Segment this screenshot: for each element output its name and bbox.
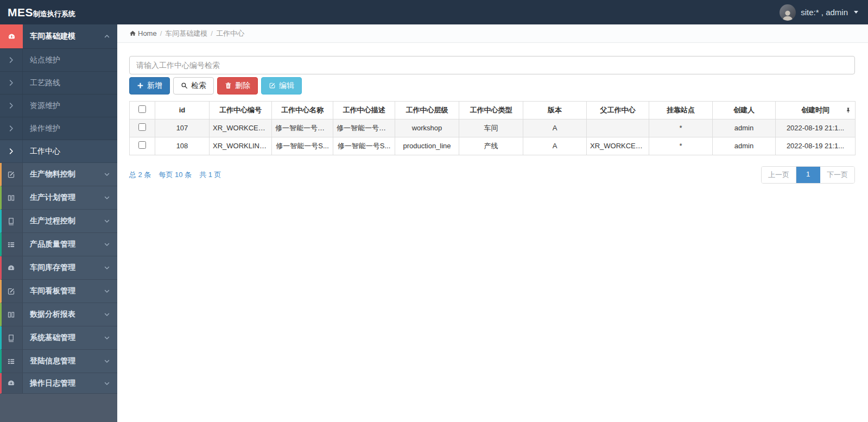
row-checkbox[interactable] xyxy=(138,141,146,149)
work-center-table: id 工作中心编号 工作中心名称 工作中心描述 工作中心层级 工作中心类型 版本… xyxy=(129,101,856,155)
sidebar-item-data-reports[interactable]: 数据分析报表 xyxy=(0,303,117,326)
next-page-button[interactable]: 下一页 xyxy=(820,167,854,183)
cell-id: 108 xyxy=(155,137,210,155)
pin-icon[interactable] xyxy=(845,107,851,113)
sidebar-item-kanban-management[interactable]: 车间看板管理 xyxy=(0,280,117,303)
table-header-row: id 工作中心编号 工作中心名称 工作中心描述 工作中心层级 工作中心类型 版本… xyxy=(130,101,856,119)
sidebar-item-login-info[interactable]: 登陆信息管理 xyxy=(0,350,117,373)
breadcrumb-home[interactable]: Home xyxy=(129,29,157,37)
per-page-label: 每页 10 条 xyxy=(159,170,192,180)
chevron-right-icon xyxy=(0,95,23,117)
add-button-label: 新增 xyxy=(147,80,162,91)
chevron-down-icon xyxy=(104,358,110,364)
chevron-down-icon xyxy=(104,218,110,224)
column-header-site: 挂靠站点 xyxy=(649,101,713,119)
breadcrumb-current: 工作中心 xyxy=(216,29,244,39)
column-header-parent: 父工作中心 xyxy=(587,101,649,119)
user-menu[interactable]: site:* , admin xyxy=(780,4,858,21)
sidebar-item-resource-maintenance[interactable]: 资源维护 xyxy=(0,95,117,117)
breadcrumb-home-label: Home xyxy=(138,29,157,37)
column-header-description: 工作中心描述 xyxy=(333,101,395,119)
sidebar-group-workshop-modeling[interactable]: 车间基础建模 xyxy=(0,24,117,49)
column-header-id: id xyxy=(155,101,210,119)
chevron-right-icon xyxy=(0,49,23,71)
pagination-summary: 总 2 条 每页 10 条 共 1 页 xyxy=(129,170,221,180)
row-checkbox[interactable] xyxy=(138,123,146,131)
sidebar-item-label: 操作维护 xyxy=(23,124,117,134)
edit-button-label: 编辑 xyxy=(279,80,294,91)
sidebar-item-operation-maintenance[interactable]: 操作维护 xyxy=(0,117,117,140)
user-label: site:* , admin xyxy=(801,8,848,17)
table-footer: 总 2 条 每页 10 条 共 1 页 上一页 1 下一页 xyxy=(129,166,855,184)
sidebar-item-operation-logs[interactable]: 操作日志管理 xyxy=(0,373,117,394)
sidebar-group-label: 车间基础建模 xyxy=(23,32,117,41)
chevron-right-icon xyxy=(0,117,23,140)
row-checkbox-cell xyxy=(130,119,155,137)
chevron-down-icon xyxy=(104,264,110,271)
cell-version: A xyxy=(523,119,587,137)
search-button[interactable]: 检索 xyxy=(173,77,214,95)
sidebar-item-system-management[interactable]: 系统基础管理 xyxy=(0,326,117,350)
cell-creator: admin xyxy=(713,137,776,155)
header-checkbox-cell xyxy=(130,101,155,119)
list-icon xyxy=(0,233,23,256)
column-header-created-time: 创建时间 xyxy=(776,101,856,119)
search-input[interactable] xyxy=(129,56,855,74)
sidebar-item-process-control[interactable]: 生产过程控制 xyxy=(0,210,117,233)
breadcrumb-separator: / xyxy=(211,29,213,37)
sidebar-item-work-center[interactable]: 工作中心 xyxy=(0,140,117,163)
delete-button-label: 删除 xyxy=(235,80,250,91)
table-row[interactable]: 108 XR_WORKLINE... 修一智能一号S... 修一智能一号S...… xyxy=(130,137,856,155)
cell-description: 修一智能一号S... xyxy=(333,137,395,155)
sidebar-item-quality-management[interactable]: 产品质量管理 xyxy=(0,233,117,256)
chevron-down-icon xyxy=(104,171,110,178)
app-brand: MES制造执行系统 xyxy=(8,6,75,19)
chevron-down-icon xyxy=(104,194,110,201)
cell-name: 修一智能一号S... xyxy=(272,137,333,155)
page-1-button[interactable]: 1 xyxy=(796,167,820,183)
brand-subtitle: 制造执行系统 xyxy=(33,9,75,19)
chevron-down-icon xyxy=(104,335,110,341)
edit-button[interactable]: 编辑 xyxy=(261,77,302,95)
sidebar-item-material-control[interactable]: 生产物料控制 xyxy=(0,163,117,186)
book-icon xyxy=(0,326,23,349)
add-button[interactable]: 新增 xyxy=(129,77,170,95)
cell-description: 修一智能一号车间 xyxy=(333,119,395,137)
column-header-code: 工作中心编号 xyxy=(210,101,272,119)
plus-icon xyxy=(137,82,144,89)
sidebar-item-site-maintenance[interactable]: 站点维护 xyxy=(0,49,117,72)
cell-created-time: 2022-08-19 21:1... xyxy=(776,137,856,155)
sidebar-item-label: 产品质量管理 xyxy=(23,240,117,249)
brand-mes: MES xyxy=(8,6,33,19)
select-all-checkbox[interactable] xyxy=(138,105,146,113)
book-icon xyxy=(0,210,23,232)
cell-code: XR_WORKCEN... xyxy=(210,119,272,137)
breadcrumb-item[interactable]: 车间基础建模 xyxy=(165,29,207,39)
sidebar-item-label: 操作日志管理 xyxy=(23,379,117,388)
column-header-creator: 创建人 xyxy=(713,101,776,119)
search-icon xyxy=(181,82,188,89)
cell-level: production_line xyxy=(395,137,459,155)
sidebar-item-label: 资源维护 xyxy=(23,101,117,111)
table-row[interactable]: 107 XR_WORKCEN... 修一智能一号车间 修一智能一号车间 work… xyxy=(130,119,856,137)
caret-down-icon xyxy=(854,11,858,14)
sidebar-item-process-route[interactable]: 工艺路线 xyxy=(0,72,117,95)
delete-button[interactable]: 删除 xyxy=(217,77,258,95)
sidebar-item-production-plan[interactable]: 生产计划管理 xyxy=(0,186,117,210)
sidebar-item-inventory-management[interactable]: 车间库存管理 xyxy=(0,256,117,280)
cell-name: 修一智能一号车间 xyxy=(272,119,333,137)
sidebar: 车间基础建模 站点维护 工艺路线 资源维护 操作维护 工作中心 生产物料控制 生… xyxy=(0,24,117,422)
cell-type: 车间 xyxy=(459,119,523,137)
column-header-name: 工作中心名称 xyxy=(272,101,333,119)
sidebar-item-label: 登陆信息管理 xyxy=(23,356,117,366)
columns-icon xyxy=(0,303,23,326)
prev-page-button[interactable]: 上一页 xyxy=(762,167,796,183)
cell-parent: XR_WORKCEN... xyxy=(587,137,649,155)
sidebar-item-label: 生产过程控制 xyxy=(23,216,117,226)
gauge-icon xyxy=(0,256,23,279)
chevron-down-icon xyxy=(104,311,110,318)
sidebar-item-label: 数据分析报表 xyxy=(23,310,117,319)
cell-code: XR_WORKLINE... xyxy=(210,137,272,155)
sidebar-item-label: 生产物料控制 xyxy=(23,169,117,179)
list-icon xyxy=(0,350,23,373)
